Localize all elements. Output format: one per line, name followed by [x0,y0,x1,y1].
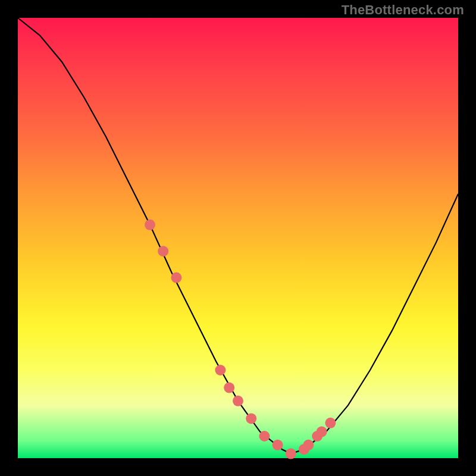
marker-dot [215,365,226,375]
marker-dot [171,273,181,283]
watermark-text: TheBottleneck.com [342,2,464,18]
marker-dot [317,427,327,437]
marker-dot [259,431,270,441]
marker-dot [233,396,243,406]
plot-area [18,18,458,458]
marker-dot [158,246,168,256]
bottleneck-curve [18,18,458,454]
marker-dot [273,440,283,450]
marker-dot [303,440,314,450]
marker-dot [286,449,296,459]
marker-dot [325,418,336,428]
marker-dot [246,413,256,424]
highlighted-points [145,220,336,459]
chart-frame: TheBottleneck.com [0,0,476,476]
marker-dot [224,383,234,393]
chart-svg [18,18,458,458]
marker-dot [145,220,155,230]
